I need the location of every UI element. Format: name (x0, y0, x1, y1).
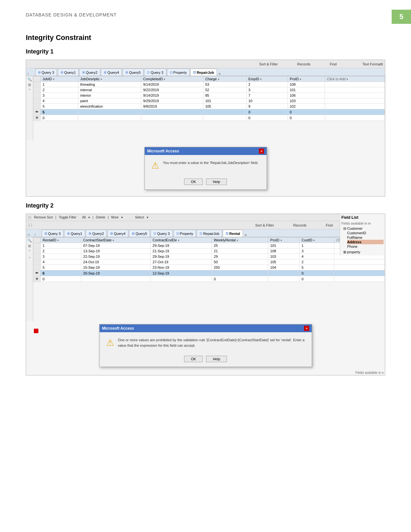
left-panel-search-icon-2[interactable]: 🔍 (27, 238, 32, 243)
dialog2-ok-button[interactable]: OK (184, 356, 203, 362)
left-panel-nav-icon-2[interactable]: ⊞ (28, 244, 31, 248)
delete-label: Delete (96, 216, 105, 219)
table-row: 3 22-Sep-19 29-Sep-19 29 103 4 (34, 254, 385, 259)
field-phone[interactable]: Phone (347, 244, 384, 249)
col-completedd: CompletedD ▾ (141, 76, 203, 82)
integrity1-title: Integrity 1 (26, 48, 385, 55)
menu-label: |||| (28, 216, 31, 219)
col2-weeklyrental: WeeklyRental ▾ (212, 237, 268, 243)
tab-icon-4: ⊞ (104, 71, 106, 74)
section-title: Integrity Constraint (26, 34, 385, 42)
dialog-ok-button[interactable]: OK (184, 179, 203, 185)
records-label: Records (297, 62, 310, 66)
dialog2-buttons: OK Help (100, 353, 312, 367)
field-customerid[interactable]: CustomerID (347, 231, 384, 235)
field-list-bottom: Fields available in o (26, 370, 385, 375)
integrity2-title: Integrity 2 (26, 202, 385, 209)
collapse-icon[interactable]: ‹ (27, 71, 34, 76)
records-label-2: Records (293, 223, 307, 227)
col-jobid: JobID ▾ (41, 76, 78, 82)
integrity1-tab-bar: ‹ ⊞ Query 3 ⊞ Query1 ⊞ Query2 ⊞ Query4 ⊞… (26, 68, 385, 76)
tab-query5[interactable]: ⊞ Query5 (122, 69, 143, 76)
table-row-new: ✱ 0 0 0 (34, 115, 385, 121)
tab-query3-2[interactable]: ⊡ Query 3 (144, 69, 166, 76)
tab2-property[interactable]: ⊡ Property (173, 230, 196, 237)
left-panel-expand-icon[interactable]: ⌃ (28, 88, 31, 92)
left-panel-collapse-icon-2[interactable]: ⌄ (28, 255, 31, 259)
tab2-close-icon[interactable]: ✕ (244, 233, 247, 237)
left-panel-search-icon[interactable]: 🔍 (27, 77, 32, 82)
field-address[interactable]: Address (347, 240, 384, 244)
customer-group: ⊟ Customer CustomerID FullName Address P… (343, 227, 384, 249)
col2-custid: CustID ▾ (299, 237, 334, 243)
left-panel-expand-icon-2[interactable]: ⌃ (28, 249, 31, 254)
collapse-icon-2[interactable]: ›‹ (27, 232, 34, 237)
col-clicktoadd[interactable]: Click to Add ▾ (325, 76, 385, 82)
dialog2-titlebar: Microsoft Access ✕ (100, 324, 312, 332)
property-group-header[interactable]: ⊞ property (343, 250, 384, 254)
field-fullname[interactable]: FullName (347, 235, 384, 240)
dialog2-help-button[interactable]: Help (206, 356, 227, 362)
tab2-query5[interactable]: ⊞ Query5 (129, 230, 150, 237)
sort-filter-label-2: Sort & Filter (255, 223, 274, 227)
integrity1-toolbar: Sort & Filter Records Find Text Formatti (26, 60, 385, 68)
dialog-help-button[interactable]: Help (206, 179, 227, 185)
select-label: Select (135, 216, 144, 219)
col2-proid: ProID ▾ (268, 237, 299, 243)
tab-icon-1: ⊞ (38, 71, 41, 74)
table-row: 4 paint 9/29/2019 101 10 103 (34, 98, 385, 104)
toggle-filter-label: Toggle Filter (59, 216, 76, 219)
customer-group-header[interactable]: ⊟ Customer (343, 227, 384, 231)
dialog-buttons: OK Help (145, 176, 267, 189)
dialog-message: You must enter a value in the 'RepairJob… (163, 160, 260, 166)
integrity2-top-toolbar: |||| Remove Sort | Toggle Filter All ▾ |… (26, 214, 385, 221)
col-proid: ProID ▾ (288, 76, 325, 82)
find-label: Find (330, 62, 337, 66)
tab-query3-1[interactable]: ⊞ Query 3 (35, 69, 57, 76)
tab-close-icon[interactable]: ✕ (218, 72, 221, 76)
tab2-query3-1[interactable]: ⊞ Query 3 (42, 230, 64, 237)
tab-icon-6: ⊡ (147, 71, 150, 74)
table-row: 2 internal 9/22/2019 52 3 101 (34, 87, 385, 93)
integrity2-dialog: Microsoft Access ✕ ⚠ One or more values … (99, 324, 312, 367)
warning-icon: ⚠ (151, 160, 159, 171)
col2-contractstart: ContractStartDate ▾ (81, 237, 151, 243)
integrity2-table: RentalID ▾ ContractStartDate ▾ ContractE… (33, 237, 385, 282)
tab-icon-3: ⊞ (82, 71, 85, 74)
prev-icon[interactable]: ‹ (34, 232, 41, 237)
col2-contractend: ContractEndDe ▾ (151, 237, 212, 243)
tab2-query1[interactable]: ⊞ Query1 (64, 230, 85, 237)
tab-icon-2: ⊞ (61, 71, 63, 74)
tab-query2[interactable]: ⊞ Query2 (79, 69, 100, 76)
col-charge: Charge ▾ (203, 76, 246, 82)
tab-property[interactable]: ⊡ Property (167, 69, 190, 76)
dialog-close-button[interactable]: ✕ (259, 149, 264, 154)
property-group: ⊞ property (343, 250, 384, 254)
integrity2-tab-bar: ›‹ ‹ ⊞ Query 3 ⊞ Query1 ⊞ Query2 ⊞ Query… (26, 229, 385, 237)
tab2-query3-2[interactable]: ⊡ Query 3 (151, 230, 172, 237)
col-indicator (34, 76, 41, 82)
tab2-rental[interactable]: ⊡ Rental (223, 230, 243, 237)
col-empid: EmpID ▾ (246, 76, 288, 82)
integrity1-table: JobID ▾ JobDesriptic ▾ CompletedD ▾ Char… (33, 76, 385, 121)
dialog2-title: Microsoft Access (102, 326, 134, 331)
tab2-query4[interactable]: ⊞ Query4 (107, 230, 128, 237)
dialog2-body: ⚠ One or more values are prohibited by t… (100, 332, 312, 353)
tab-icon-5: ⊞ (125, 71, 128, 74)
tab-query4[interactable]: ⊞ Query4 (101, 69, 122, 76)
left-panel-nav-icon[interactable]: ⊞ (28, 83, 31, 87)
tab-repairjob[interactable]: ⊡ RepairJob (190, 69, 217, 76)
sort-filter-label: Sort & Filter (259, 62, 278, 66)
more-label: More (111, 216, 119, 219)
remove-sort-label: Remove Sort (34, 216, 53, 219)
dialog2-message: One or more values are prohibited by the… (118, 337, 305, 348)
field-list-panel: Field List Fields available in re ⊟ Cust… (340, 214, 385, 256)
table-row-edit: ✏ 5 0 0 (34, 109, 385, 115)
field-list-title: Field List (341, 215, 384, 220)
table-row: 5 15-Sep-19 23-Nov-19 250 104 5 (34, 265, 385, 270)
dialog2-close-button[interactable]: ✕ (304, 326, 309, 331)
tab2-repairjob[interactable]: ⊡ RepairJob (197, 230, 222, 237)
tab2-query2[interactable]: ⊞ Query2 (86, 230, 107, 237)
warning-icon-2: ⚠ (106, 337, 114, 348)
tab-query1[interactable]: ⊞ Query1 (58, 69, 79, 76)
